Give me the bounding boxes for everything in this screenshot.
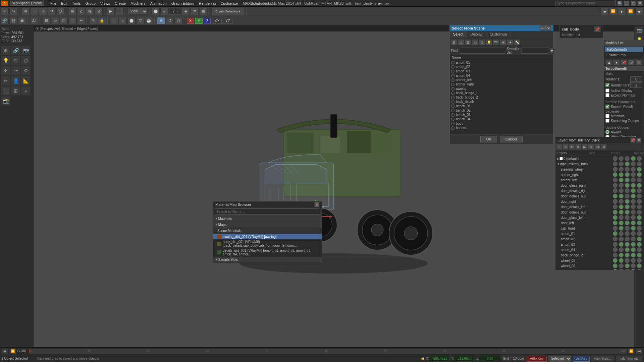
tb-select-region[interactable]: ▭ xyxy=(30,8,38,15)
ts-smoothing-groups-check[interactable] xyxy=(605,119,609,123)
tb-rotate[interactable]: ↺ xyxy=(48,8,56,15)
ts-config[interactable]: ⚙ xyxy=(635,59,642,65)
menu-edit[interactable]: Edit xyxy=(59,0,70,7)
layer-col-icon[interactable] xyxy=(631,167,636,172)
tool-spacewarps[interactable]: 〜 xyxy=(11,66,20,75)
tb-layers[interactable]: ≋ xyxy=(191,8,199,15)
tb2-select-obj[interactable]: ⊡ xyxy=(42,17,50,24)
layer-col-icon[interactable] xyxy=(613,183,618,188)
layer-col-icon[interactable] xyxy=(613,247,618,252)
sd-invert-icon[interactable]: ⊠ xyxy=(465,39,471,45)
menu-modifiers[interactable]: Modifiers xyxy=(128,0,148,7)
layer-list-item[interactable]: door_details_rigl xyxy=(555,188,644,193)
tb-play[interactable]: ⏵ xyxy=(618,8,626,15)
sd-geometry-icon[interactable]: ▭ xyxy=(472,39,478,45)
set-key-btn[interactable]: Set Key xyxy=(573,356,590,362)
ts-info[interactable]: ⓘ xyxy=(628,59,635,65)
z-coord-input[interactable] xyxy=(480,356,500,361)
layer-col-icon[interactable] xyxy=(613,178,618,182)
scene-object-list[interactable]: amort_01amort_02amort_03amort_04anther_l… xyxy=(450,60,553,134)
search-input[interactable] xyxy=(555,1,616,6)
tb2-scale-tool[interactable]: ⬡ xyxy=(174,17,182,24)
tb-play-end[interactable]: ⏭ xyxy=(635,8,643,15)
layer-col-icon[interactable] xyxy=(619,183,624,188)
tb2-window[interactable]: ▭ xyxy=(51,17,59,24)
layer-col-icon[interactable] xyxy=(631,194,636,198)
axis-yz-btn[interactable]: YZ xyxy=(223,18,232,24)
x-coord-input[interactable] xyxy=(430,356,450,361)
menu-animation[interactable]: Animation xyxy=(148,0,169,7)
layer-col-icon[interactable] xyxy=(613,172,618,177)
layer-col-icon[interactable] xyxy=(631,178,636,182)
sd-sel-set-input[interactable] xyxy=(522,48,548,54)
layer-col-icon[interactable] xyxy=(625,237,630,241)
tb-named-sel[interactable]: ◈ xyxy=(182,8,190,15)
tab-select[interactable]: Select xyxy=(450,31,467,38)
layer-col-icon[interactable] xyxy=(619,242,624,247)
tb2-cylinder[interactable]: ⬤ xyxy=(127,17,136,24)
tb2-link[interactable]: 🔗 xyxy=(1,17,9,24)
menu-file[interactable]: File xyxy=(48,0,59,7)
layer-col-icon[interactable] xyxy=(625,172,630,177)
sd-ok-btn[interactable]: OK xyxy=(480,136,497,142)
menu-create[interactable]: Create xyxy=(112,0,128,7)
tool-link[interactable]: 🔗 xyxy=(11,46,20,55)
layer-col-icon[interactable] xyxy=(625,162,630,166)
menu-graph-editors[interactable]: Graph Editors xyxy=(169,0,197,7)
tb2-rotate-tool[interactable]: ↺ xyxy=(166,17,174,24)
sd-particle-icon[interactable]: ✦ xyxy=(507,39,514,45)
tool-array[interactable]: ⊞ xyxy=(11,86,20,96)
menu-views[interactable]: Views xyxy=(98,0,112,7)
layers-dialog-close[interactable]: ✕ xyxy=(636,137,642,143)
modifier-editable-poly[interactable]: Editable Poly xyxy=(605,52,643,58)
layer-col-icon[interactable] xyxy=(625,199,630,204)
layer-list-item[interactable]: door_glass_left xyxy=(555,215,644,220)
layer-col-icon[interactable] xyxy=(625,204,630,209)
layer-col-icon[interactable] xyxy=(637,215,642,220)
tb2-teapot[interactable]: ☕ xyxy=(145,17,153,24)
layer-col-icon[interactable] xyxy=(637,162,642,166)
workspace-selector[interactable]: Workspace: Default xyxy=(10,1,44,6)
cb-pin-btn[interactable]: 📌 xyxy=(594,26,601,32)
sd-cameras-icon[interactable]: 📷 xyxy=(493,39,499,45)
layer-col-icon[interactable] xyxy=(625,226,630,231)
scene-list-item[interactable]: anther_left xyxy=(450,78,553,82)
layer-list-item[interactable]: amort_02 xyxy=(555,236,644,242)
ts-render-iters-check[interactable] xyxy=(605,83,609,87)
layer-col-icon[interactable] xyxy=(619,237,624,241)
tb-select[interactable]: ⊕ xyxy=(21,8,30,15)
scene-list-item[interactable]: amort_02 xyxy=(450,65,553,69)
view-dropdown[interactable]: View xyxy=(127,8,148,15)
layer-col-icon[interactable] xyxy=(631,242,636,247)
sd-bones-icon[interactable]: 🦴 xyxy=(514,39,521,45)
menu-customize[interactable]: Customize xyxy=(218,0,240,7)
ts-iterations-input[interactable] xyxy=(630,76,642,82)
timeline-prev-key[interactable]: ⏮ xyxy=(1,348,8,354)
layer-col-icon[interactable] xyxy=(619,194,624,198)
layer-col-icon[interactable] xyxy=(631,204,636,209)
scene-list-item[interactable]: back_bridge_1 xyxy=(450,91,553,95)
layer-list-item[interactable]: wheel_05 xyxy=(555,258,644,263)
layer-col-icon[interactable] xyxy=(619,167,624,172)
layer-col-icon[interactable] xyxy=(613,188,618,193)
tb-ribbon[interactable]: ⊞ xyxy=(199,8,207,15)
layer-col-icon[interactable] xyxy=(631,215,636,220)
layer-col-icon[interactable] xyxy=(631,199,636,204)
scene-list-item[interactable]: back_bridge_2 xyxy=(450,95,553,100)
tb-redo[interactable]: ↪ xyxy=(9,8,17,15)
tb-snap[interactable]: ⊞ xyxy=(68,8,76,15)
tool-camera[interactable]: 📷 xyxy=(21,46,31,55)
layers-dialog-pin[interactable]: 📌 xyxy=(630,137,636,143)
tb-align[interactable]: ≡ xyxy=(160,8,168,15)
scene-list-item[interactable]: bench_01 xyxy=(450,104,553,108)
tb-move[interactable]: ✛ xyxy=(39,8,47,15)
material-search-input[interactable] xyxy=(215,208,320,215)
layers-list[interactable]: ▶ 0 (default)▼ mtvr_military_truck steer… xyxy=(555,156,644,270)
layer-col-icon[interactable] xyxy=(613,226,618,231)
layer-col-icon[interactable] xyxy=(637,156,642,161)
layer-col-icon[interactable] xyxy=(613,269,618,270)
timeline-prev-frame[interactable]: ⏪ xyxy=(9,348,16,354)
ts-always-radio[interactable] xyxy=(605,130,609,134)
layer-col-icon[interactable] xyxy=(637,263,642,268)
layer-delete-btn[interactable]: ✕ xyxy=(562,144,569,150)
